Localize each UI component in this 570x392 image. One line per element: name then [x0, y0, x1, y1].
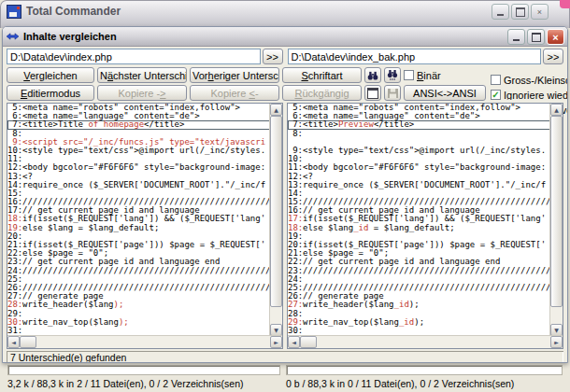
bg-close-button[interactable]: ×	[531, 4, 549, 20]
code-line: 18:if(isset($_REQUEST['lang']) && ($_REQ…	[7, 215, 270, 223]
vertical-scroll-thumb[interactable]	[550, 116, 563, 307]
dialog-minimize-button[interactable]	[507, 29, 525, 45]
code-line: 28:	[288, 310, 550, 318]
copy-left-button[interactable]: Kopiere <-	[190, 85, 279, 101]
right-file-path-input[interactable]	[288, 49, 542, 64]
code-line: 9:<style type="text/css">@import url(/_i…	[288, 147, 550, 155]
left-vertical-scrollbar[interactable]: ▲ ▼	[269, 104, 282, 336]
ignore-repeated-checkbox[interactable]: ✓ Ignoriere wiederholte	[491, 90, 567, 100]
copy-right-button[interactable]: Kopiere ->	[97, 85, 187, 101]
code-line: 17:if(isset($_REQUEST['lang']) && ($_REQ…	[288, 215, 550, 223]
left-open-file-button[interactable]: >>	[263, 49, 283, 64]
right-horizontal-scrollbar[interactable]: ◄ ►	[288, 335, 563, 348]
differences-status-bar: 7 Unterschied(e) gefunden	[7, 351, 563, 363]
compare-button[interactable]: Vergleichen	[7, 67, 94, 83]
window-frame-icon	[367, 88, 378, 99]
scroll-right-button[interactable]: ►	[550, 336, 563, 348]
code-line: 11:<body bgcolor="#F6F6F6" style="backgr…	[288, 163, 550, 172]
right-panel-footer-field[interactable]	[286, 365, 563, 375]
find-next-button[interactable]	[384, 67, 401, 83]
left-file-pane[interactable]: 5:<meta name="robots" content="index,fol…	[7, 103, 283, 349]
code-line: 29:write_nav_top($lang_id);	[288, 318, 550, 327]
horizontal-scroll-thumb[interactable]	[300, 336, 317, 348]
code-line: 25:	[7, 275, 270, 284]
scroll-right-button[interactable]: ►	[270, 336, 282, 348]
bg-minimize-button[interactable]	[492, 4, 509, 20]
code-line: 22:// get current page id and language e…	[288, 258, 550, 266]
code-line: 19:else $lang = $lang_default;	[7, 224, 270, 232]
code-line: 27:write_header($lang_id);	[288, 301, 550, 309]
code-line: 10:<style type="text/css">@import url(/_…	[7, 147, 270, 155]
background-window-title: Total Commander	[26, 5, 121, 18]
code-line: 13:<?	[7, 173, 270, 181]
code-line: 20:	[7, 232, 270, 241]
right-code-area[interactable]: 5:<meta name="robots" content="index,fol…	[288, 104, 550, 336]
code-line: 21:else $page = "0";	[288, 249, 550, 258]
code-line: 8:	[7, 130, 270, 138]
checkbox-box	[491, 75, 501, 85]
save-button[interactable]	[384, 85, 401, 101]
binary-checkbox[interactable]: Binär	[404, 70, 441, 81]
code-line: 16:// get current page id and language	[288, 206, 550, 215]
vertical-scroll-thumb[interactable]	[270, 116, 282, 307]
scroll-up-button[interactable]: ▲	[270, 104, 282, 116]
ansi-conversion-button[interactable]: ANSI<->ANSI	[404, 85, 486, 101]
scroll-left-button[interactable]: ◄	[7, 336, 20, 348]
scroll-left-button[interactable]: ◄	[288, 336, 300, 348]
code-line: 29:	[7, 310, 270, 318]
checkbox-box	[404, 70, 414, 80]
left-horizontal-scrollbar[interactable]: ◄ ►	[7, 335, 282, 348]
code-line: 30:write_nav_top($lang);	[7, 318, 270, 327]
code-line: 12:<body bgcolor="#F6F6F6" style="backgr…	[7, 163, 270, 172]
code-line: 9:<script src="/_inc/funcs.js" type="tex…	[7, 138, 270, 147]
right-vertical-scrollbar[interactable]: ▲ ▼	[549, 104, 563, 336]
total-commander-app-icon	[7, 5, 21, 19]
case-sensitive-checkbox[interactable]: Gross-/Kleinschreibung	[491, 75, 567, 85]
code-line: 14:require_once ($_SERVER['DOCUMENT_ROOT…	[7, 181, 270, 189]
code-line: 11:	[7, 155, 270, 163]
find-button[interactable]	[364, 67, 381, 83]
font-button[interactable]: Schriftart	[282, 67, 362, 83]
compare-arrows-icon	[7, 32, 19, 41]
dialog-titlebar[interactable]: Inhalte vergleichen ×	[3, 27, 567, 47]
code-line: 26:// generate page	[288, 292, 550, 301]
binary-checkbox-label: Binär	[417, 70, 441, 81]
code-line: 5:<meta name="robots" content="index,fol…	[7, 104, 270, 112]
code-line: 22:else $page = "0";	[7, 249, 270, 258]
right-file-pane[interactable]: 5:<meta name="robots" content="index,fol…	[287, 103, 563, 349]
code-line: 17:// get current page id and language	[7, 206, 270, 215]
undo-button[interactable]: Rückgängig	[282, 85, 362, 101]
previous-difference-button[interactable]: Vorheriger Unterschied	[190, 67, 279, 83]
maximize-icon	[532, 33, 541, 42]
minimize-icon	[513, 39, 520, 41]
code-line: 13:require_once ($_SERVER['DOCUMENT_ROOT…	[288, 181, 550, 189]
code-line: 6:<meta name="language" content="de">	[7, 112, 270, 120]
bg-maximize-button[interactable]	[511, 4, 529, 20]
panel-layout-button[interactable]	[364, 85, 381, 101]
code-line: 24://///////////////////////////////////…	[7, 267, 270, 275]
code-line: 26://///////////////////////////////////…	[7, 284, 270, 292]
code-line: 6:<meta name="language" content="de">	[288, 112, 550, 120]
background-window-bottom: 3,2 k / 88,3 k in 2 / 11 Datei(en), 0 / …	[0, 363, 570, 392]
code-line: 19:	[288, 232, 550, 241]
dialog-close-button[interactable]: ×	[547, 29, 564, 45]
edit-mode-button[interactable]: Editiermodus	[7, 85, 94, 101]
left-code-area[interactable]: 5:<meta name="robots" content="index,fol…	[7, 104, 270, 336]
code-line: 23:// get current page id and language e…	[7, 258, 270, 266]
binoculars-icon	[367, 71, 378, 80]
code-line: 16://///////////////////////////////////…	[7, 198, 270, 206]
right-open-file-button[interactable]: >>	[543, 49, 563, 64]
code-line: 15:	[7, 189, 270, 198]
code-line: 25://///////////////////////////////////…	[288, 284, 550, 292]
background-window-titlebar: Total Commander ×	[0, 0, 570, 28]
dialog-maximize-button[interactable]	[527, 29, 545, 45]
floppy-save-icon	[388, 89, 398, 98]
next-difference-button[interactable]: Nächster Unterschied	[97, 67, 187, 83]
left-file-path-input[interactable]	[7, 49, 261, 64]
horizontal-scroll-thumb[interactable]	[20, 336, 36, 348]
binoculars-next-icon	[387, 70, 398, 80]
code-line: 5:<meta name="robots" content="index,fol…	[288, 104, 550, 112]
left-panel-footer-field[interactable]	[7, 365, 280, 375]
scroll-up-button[interactable]: ▲	[550, 104, 563, 116]
right-panel-status-text: 0 b / 88,3 k in 0 / 11 Datei(en), 0 / 2 …	[286, 378, 514, 389]
